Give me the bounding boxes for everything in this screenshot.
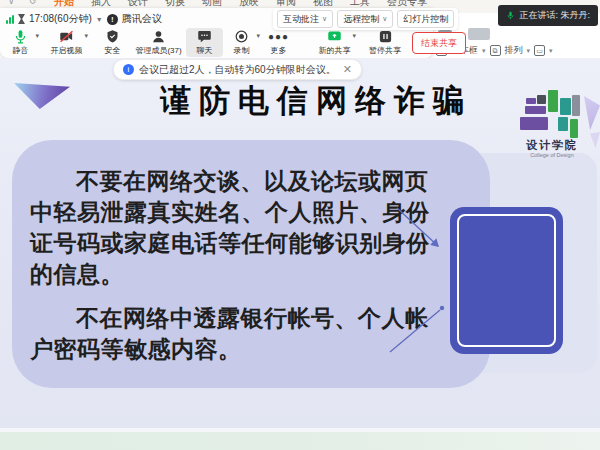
meeting-app-name: 腾讯会议 bbox=[122, 12, 162, 26]
chat-button[interactable]: 聊天 bbox=[186, 28, 223, 57]
security-button[interactable]: 安全 bbox=[94, 28, 131, 57]
chevron-down-icon[interactable]: ▾ bbox=[527, 47, 531, 55]
quick-access-icons[interactable]: ∨ ↺ bbox=[8, 0, 43, 6]
record-icon bbox=[234, 29, 249, 44]
slide-paragraph-2: 不在网络中透露银行帐号、个人帐户密码等敏感内容。 bbox=[30, 303, 446, 365]
chevron-down-icon: ∨ bbox=[322, 15, 327, 23]
speaking-banner: 正在讲话: 朱丹丹: bbox=[498, 5, 598, 26]
microphone-icon bbox=[13, 29, 28, 44]
info-icon: i bbox=[123, 64, 134, 75]
close-icon[interactable]: ✕ bbox=[343, 63, 352, 76]
shared-slide: 谨防电信网络诈骗 不要在网络交谈、以及论坛或网页中轻易泄露真实姓名、个人照片、身… bbox=[0, 58, 600, 429]
bottom-strip bbox=[0, 432, 600, 450]
chevron-down-icon[interactable]: ▾ bbox=[352, 32, 356, 40]
start-video-button[interactable]: ▾ 开启视频 bbox=[39, 28, 94, 57]
meeting-info-bar: 17:08(60分钟) ▼ ! 腾讯会议 bbox=[6, 11, 162, 27]
meeting-notification: i 会议已超过2人，自动转为60分钟限时会议。 ✕ bbox=[113, 59, 362, 80]
chevron-down-icon[interactable]: ▾ bbox=[482, 47, 486, 55]
logo-name-cn: 设计学院 bbox=[516, 138, 588, 153]
chevron-down-icon[interactable]: ▼ bbox=[96, 16, 103, 23]
pause-icon bbox=[378, 29, 393, 44]
more-icon: ●●● bbox=[268, 30, 289, 44]
meeting-timer[interactable]: 17:08(60分钟) bbox=[29, 12, 92, 26]
slide-body-text: 不要在网络交谈、以及论坛或网页中轻易泄露真实姓名、个人照片、身份证号码或家庭电话… bbox=[30, 166, 446, 365]
arrange-icon: ⧉ bbox=[490, 45, 501, 56]
meeting-control-panel: 17:08(60分钟) ▼ ! 腾讯会议 互动批注∨ 远程控制∨ 幻灯片控制 ▾… bbox=[0, 8, 433, 58]
logo-block bbox=[548, 90, 558, 112]
members-icon bbox=[151, 29, 166, 44]
manage-members-button[interactable]: 管理成员(37) bbox=[131, 28, 186, 57]
chevron-down-icon[interactable]: ▾ bbox=[84, 32, 88, 40]
microphone-icon bbox=[506, 11, 515, 20]
slide-paragraph-1: 不要在网络交谈、以及论坛或网页中轻易泄露真实姓名、个人照片、身份证号码或家庭电话… bbox=[30, 166, 446, 290]
mute-button[interactable]: ▾ 静音 bbox=[2, 28, 39, 57]
tencent-meeting-icon: ! bbox=[107, 14, 118, 25]
remote-control-button[interactable]: 远程控制∨ bbox=[337, 10, 393, 28]
logo-block bbox=[525, 106, 546, 114]
slide-photo-placeholder bbox=[450, 207, 563, 354]
shield-icon bbox=[105, 29, 120, 44]
logo-block bbox=[520, 117, 548, 130]
pause-share-button[interactable]: 暂停共享 bbox=[362, 28, 408, 57]
logo-block bbox=[537, 95, 546, 104]
share-screen-icon bbox=[327, 29, 342, 44]
chevron-down-icon: ∨ bbox=[382, 15, 387, 23]
photo-frame-border bbox=[457, 214, 556, 347]
logo-name-en: College of Design bbox=[516, 152, 588, 158]
slide-control-button[interactable]: 幻灯片控制 bbox=[397, 10, 454, 28]
chat-icon bbox=[197, 29, 212, 44]
shape-fill-icon[interactable] bbox=[468, 28, 490, 40]
logo-block bbox=[570, 119, 578, 138]
arrange-button[interactable]: 排列 bbox=[505, 44, 523, 57]
interactive-annotation-button[interactable]: 互动批注∨ bbox=[277, 10, 333, 28]
college-logo: 设计学院 College of Design bbox=[516, 90, 588, 162]
logo-block bbox=[558, 117, 568, 131]
timer-icon bbox=[18, 14, 25, 24]
camera-off-icon bbox=[59, 29, 74, 44]
logo-block bbox=[526, 98, 536, 104]
meeting-toolbar: ▾ 静音 ▾ 开启视频 安全 管理成员(37) 聊天 bbox=[2, 27, 466, 58]
slide-corner-decoration bbox=[590, 132, 600, 148]
logo-block bbox=[560, 98, 571, 115]
network-signal-icon bbox=[6, 15, 14, 24]
new-share-button[interactable]: ▾ 新的共享 bbox=[307, 28, 362, 57]
logo-block bbox=[572, 95, 580, 116]
chevron-down-icon[interactable]: ▾ bbox=[549, 47, 553, 55]
end-share-button[interactable]: 结束共享 bbox=[412, 32, 466, 54]
record-button[interactable]: ▾ 录制 bbox=[223, 28, 260, 57]
slide-title: 谨防电信网络诈骗 bbox=[0, 80, 600, 122]
more-button[interactable]: ●●● 更多 bbox=[260, 28, 297, 57]
slide-size-icon[interactable]: ▭ bbox=[534, 45, 545, 56]
